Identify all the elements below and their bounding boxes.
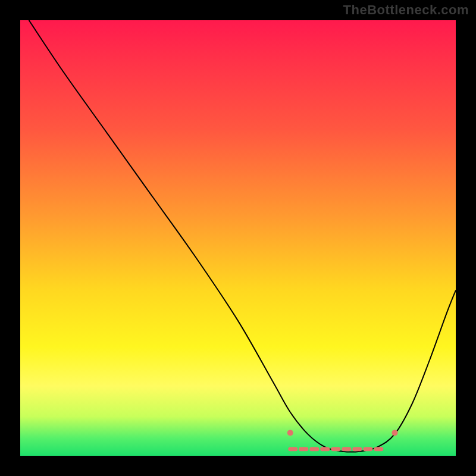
trough-edge-dot bbox=[392, 430, 398, 436]
plot-area bbox=[20, 20, 456, 456]
curve-layer bbox=[29, 20, 456, 452]
watermark-text: TheBottleneck.com bbox=[343, 2, 469, 18]
chart-frame: TheBottleneck.com bbox=[0, 0, 476, 476]
chart-svg bbox=[20, 20, 456, 456]
bottleneck-curve bbox=[29, 20, 456, 452]
trough-edge-dot bbox=[287, 430, 293, 436]
